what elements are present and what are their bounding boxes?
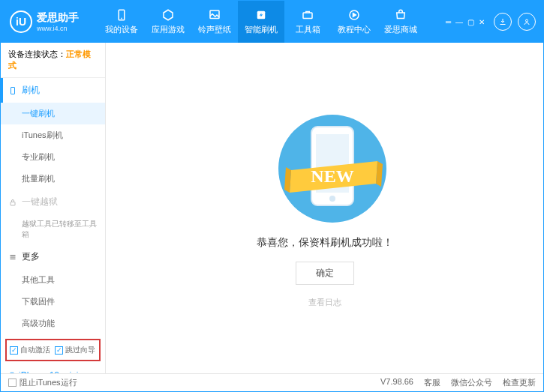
wechat-link[interactable]: 微信公众号 xyxy=(451,377,492,388)
minimize-button[interactable]: — xyxy=(455,18,463,26)
header-right: ═ — ▢ ✕ xyxy=(446,13,543,31)
svg-rect-4 xyxy=(303,13,312,19)
app-domain: www.i4.cn xyxy=(37,25,79,32)
tutorial-icon xyxy=(347,8,361,22)
user-icon xyxy=(522,17,531,26)
download-button[interactable] xyxy=(494,13,512,31)
sidebar: 设备连接状态：正常模式 刷机 一键刷机 iTunes刷机 专业刷机 批量刷机 一… xyxy=(1,43,106,373)
success-message: 恭喜您，保资料刷机成功啦！ xyxy=(257,236,393,250)
support-link[interactable]: 客服 xyxy=(424,377,440,388)
user-button[interactable] xyxy=(518,13,536,31)
header: iU 爱思助手 www.i4.cn 我的设备 应用游戏 铃声壁纸 智能刷机 工具… xyxy=(1,1,543,43)
phone-icon xyxy=(8,86,17,95)
checkbox-label: 自动激活 xyxy=(20,345,50,355)
skip-guide-checkbox[interactable]: ✓跳过向导 xyxy=(55,345,95,355)
checkbox-highlight: ✓自动激活 ✓跳过向导 xyxy=(5,339,101,361)
toolbox-icon xyxy=(301,8,314,22)
checkbox-icon: ✓ xyxy=(10,346,18,355)
footer: 阻止iTunes运行 V7.98.66 客服 微信公众号 检查更新 xyxy=(1,373,543,391)
checkbox-icon xyxy=(8,379,17,387)
sidebar-jailbreak: 一键越狱 xyxy=(1,190,105,214)
svg-text:NEW: NEW xyxy=(311,166,353,186)
close-button[interactable]: ✕ xyxy=(479,18,485,26)
nav-label: 教程中心 xyxy=(338,24,371,35)
section-label: 一键越狱 xyxy=(22,196,58,208)
nav-smart-flash[interactable]: 智能刷机 xyxy=(238,1,284,43)
phone-icon xyxy=(8,370,16,373)
section-label: 更多 xyxy=(22,250,40,263)
sidebar-item-firmware[interactable]: 下载固件 xyxy=(1,291,105,313)
sidebar-item-other[interactable]: 其他工具 xyxy=(1,269,105,291)
nav-label: 爱思商城 xyxy=(384,24,417,35)
update-link[interactable]: 检查更新 xyxy=(503,377,536,388)
svg-point-6 xyxy=(526,19,528,22)
nav-ringtone[interactable]: 铃声壁纸 xyxy=(191,1,238,43)
nav-my-device[interactable]: 我的设备 xyxy=(98,1,145,43)
wallpaper-icon xyxy=(208,8,221,22)
store-icon xyxy=(394,8,407,22)
success-illustration: NEW xyxy=(257,109,392,221)
logo-icon: iU xyxy=(10,10,32,33)
sidebar-item-pro[interactable]: 专业刷机 xyxy=(1,146,105,168)
flash-icon xyxy=(254,8,268,22)
apps-icon xyxy=(161,8,175,22)
nav-store[interactable]: 爱思商城 xyxy=(377,1,424,43)
checkbox-label: 跳过向导 xyxy=(65,345,95,355)
nav-label: 铃声壁纸 xyxy=(198,24,231,35)
checkbox-icon: ✓ xyxy=(55,346,63,355)
download-icon xyxy=(498,17,507,26)
connection-status: 设备连接状态：正常模式 xyxy=(1,43,105,78)
maximize-button[interactable]: ▢ xyxy=(467,18,474,26)
nav-label: 工具箱 xyxy=(296,24,320,35)
menu-icon xyxy=(8,253,17,262)
view-log-link[interactable]: 查看日志 xyxy=(308,297,341,308)
jailbreak-note: 越狱工具已转移至工具箱 xyxy=(1,214,105,244)
section-label: 刷机 xyxy=(22,84,40,97)
logo[interactable]: iU 爱思助手 www.i4.cn xyxy=(1,10,98,33)
svg-rect-12 xyxy=(11,373,14,373)
nav-toolbox[interactable]: 工具箱 xyxy=(284,1,331,43)
sidebar-more[interactable]: 更多 xyxy=(1,244,105,269)
checkbox-label: 阻止iTunes运行 xyxy=(20,377,77,388)
nav-tutorial[interactable]: 教程中心 xyxy=(331,1,377,43)
ok-button[interactable]: 确定 xyxy=(296,262,354,285)
sidebar-item-itunes[interactable]: iTunes刷机 xyxy=(1,124,105,146)
device-info[interactable]: iPhone 12 mini 64GB Down-12mini-13,1 xyxy=(1,366,105,373)
sidebar-item-batch[interactable]: 批量刷机 xyxy=(1,168,105,190)
svg-point-16 xyxy=(329,196,335,202)
device-name-text: iPhone 12 mini xyxy=(19,370,78,373)
main-content: NEW 恭喜您，保资料刷机成功啦！ 确定 查看日志 xyxy=(106,43,543,373)
auto-activate-checkbox[interactable]: ✓自动激活 xyxy=(10,345,50,355)
sidebar-item-advanced[interactable]: 高级功能 xyxy=(1,313,105,334)
nav-label: 我的设备 xyxy=(105,24,138,35)
device-icon xyxy=(115,8,128,22)
nav-label: 应用游戏 xyxy=(152,24,185,35)
nav-label: 智能刷机 xyxy=(245,24,278,35)
app-name: 爱思助手 xyxy=(37,11,79,25)
svg-rect-7 xyxy=(11,87,15,94)
status-label: 设备连接状态： xyxy=(8,49,66,58)
lock-icon xyxy=(8,198,17,207)
nav-app-games[interactable]: 应用游戏 xyxy=(145,1,191,43)
block-itunes-checkbox[interactable]: 阻止iTunes运行 xyxy=(8,377,77,388)
top-nav: 我的设备 应用游戏 铃声壁纸 智能刷机 工具箱 教程中心 爱思商城 xyxy=(98,1,446,43)
sidebar-item-oneclick[interactable]: 一键刷机 xyxy=(1,103,105,124)
svg-rect-8 xyxy=(11,202,15,205)
sidebar-flash[interactable]: 刷机 xyxy=(1,78,105,103)
version-text: V7.98.66 xyxy=(380,377,413,388)
settings-button[interactable]: ═ xyxy=(446,18,451,26)
